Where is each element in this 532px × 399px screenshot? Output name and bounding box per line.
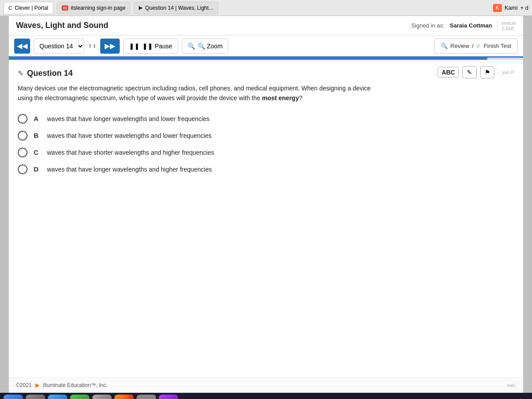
taskbar-fruit[interactable]: 🍎 — [114, 395, 134, 399]
app-container: Waves, Light and Sound Signed in as: Sar… — [9, 16, 523, 393]
slash: / — [472, 43, 473, 49]
option-c-text: waves that have shorter wavelengths and … — [47, 149, 214, 156]
back-button[interactable]: ◀◀ — [14, 39, 30, 54]
finish-icon: ✓ — [476, 43, 481, 49]
toolbar: ◀◀ Question 14 ⬆⬇ ▶▶ ❚❚ ❚❚ Pause 🔍 🔍 Zoo… — [9, 35, 523, 58]
tab-itslearning-label: itslearning sign-in page — [71, 5, 125, 11]
question-text: Many devices use the electromagnetic spe… — [18, 83, 381, 103]
kami-icon: K — [493, 4, 502, 12]
tab-itslearning[interactable]: its itslearning sign-in page — [57, 2, 130, 14]
kami-label: Kami — [505, 4, 518, 11]
abc-badge[interactable]: ABC — [438, 67, 459, 78]
taskbar-safari[interactable]: 🌐 — [48, 395, 67, 399]
tab-clever-label: Clever | Portal — [15, 5, 48, 11]
back-icon: ◀◀ — [17, 42, 27, 50]
abc-flag-button[interactable]: ⚑ — [480, 66, 494, 78]
question-text-part1: Many devices use the electromagnetic spe… — [18, 85, 371, 102]
option-d-letter: D — [34, 165, 41, 173]
option-a-text: waves that have longer wavelengths and l… — [47, 115, 210, 122]
question-tab-icon: ▶ — [139, 5, 142, 11]
option-a-letter: A — [34, 115, 41, 122]
pause-label: ❚❚ Pause — [142, 43, 172, 50]
taskbar-launchpad[interactable]: 🚀 — [26, 395, 45, 399]
taskbar: 😀 🚀 🌐 📱 🎵 🍎 MAR 🎶 inel. — [0, 393, 532, 399]
skip-button[interactable]: ▶▶ — [100, 39, 120, 54]
footer-copyright: ©2021 — [16, 382, 32, 388]
question-area: ABC ✎ ⚑ join P ✎ Question 14 Many device… — [9, 60, 523, 377]
clever-icon: C — [8, 5, 12, 11]
top-bar: Waves, Light and Sound Signed in as: Sar… — [9, 16, 523, 35]
sort-icon: ⬆⬇ — [88, 43, 97, 49]
kami-extra: + d — [520, 4, 528, 11]
tab-clever[interactable]: C Clever | Portal — [4, 2, 53, 14]
pause-button[interactable]: ❚❚ ❚❚ Pause — [123, 39, 178, 54]
question-title: Question 14 — [27, 69, 73, 78]
question-text-part2: ? — [299, 94, 302, 102]
zoom-icon: 🔍 — [188, 43, 195, 50]
user-name: Saraia Cottman — [450, 22, 492, 29]
finish-label: Finish Test — [484, 43, 511, 49]
abc-flag-icon: ⚑ — [485, 69, 490, 76]
review-label: Review — [450, 43, 469, 49]
taskbar-app2[interactable]: 🎵 — [92, 395, 112, 399]
option-a-radio[interactable] — [18, 114, 27, 124]
review-finish-button[interactable]: 🔍 Review / ✓ Finish Test — [434, 39, 518, 54]
abc-edit-icon: ✎ — [467, 69, 472, 76]
option-d[interactable]: D waves that have longer wavelengths and… — [18, 164, 372, 174]
pencil-icon: ✎ — [18, 69, 23, 78]
abc-edit-button[interactable]: ✎ — [462, 66, 477, 78]
right-sidebar-partial: join P — [498, 70, 514, 75]
question-footer: ©2021 ▶ Illuminate Education™, Inc. inel… — [9, 377, 523, 393]
option-d-text: waves that have longer wavelengths and h… — [47, 166, 212, 173]
pause-icon: ❚❚ — [129, 43, 140, 50]
option-a[interactable]: A waves that have longer wavelengths and… — [18, 114, 372, 124]
top-right: Signed in as: Saraia Cottman nnecte2.168… — [411, 20, 516, 31]
taskbar-mar[interactable]: MAR — [137, 395, 156, 399]
footer-company: Illuminate Education™, Inc. — [43, 382, 108, 388]
zoom-label: 🔍 Zoom — [198, 43, 223, 50]
signed-in-label: Signed in as: — [411, 22, 444, 29]
tab-question-label: Question 14 | Waves, Light... — [145, 5, 213, 11]
option-c[interactable]: C waves that have shorter wavelengths an… — [18, 148, 372, 157]
option-d-radio[interactable] — [18, 164, 27, 174]
footer-right-partial: inel. — [507, 383, 516, 388]
app-title: Waves, Light and Sound — [16, 21, 108, 30]
right-partial: nnecte2.168. — [497, 20, 516, 31]
its-icon: its — [62, 5, 68, 11]
taskbar-finder[interactable]: 😀 — [4, 395, 23, 399]
question-header: ✎ Question 14 — [18, 69, 510, 78]
taskbar-app1[interactable]: 📱 — [70, 395, 90, 399]
tab-question[interactable]: ▶ Question 14 | Waves, Light... — [134, 2, 218, 14]
option-b[interactable]: B waves that have shorter wavelengths an… — [18, 131, 372, 141]
options-list: A waves that have longer wavelengths and… — [18, 114, 372, 174]
kami-area[interactable]: K Kami + d — [493, 4, 528, 12]
browser-chrome: C Clever | Portal its itslearning sign-i… — [0, 0, 532, 16]
option-b-letter: B — [34, 132, 41, 139]
review-icon: 🔍 — [441, 43, 448, 49]
question-text-bold: most energy — [262, 94, 299, 102]
zoom-button[interactable]: 🔍 🔍 Zoom — [182, 39, 229, 54]
skip-icon: ▶▶ — [105, 42, 115, 50]
option-c-letter: C — [34, 149, 41, 156]
option-c-radio[interactable] — [18, 148, 27, 157]
taskbar-app3[interactable]: 🎶 — [159, 395, 178, 399]
option-b-text: waves that have shorter wavelengths and … — [47, 132, 211, 139]
option-b-radio[interactable] — [18, 131, 27, 141]
question-select[interactable]: Question 14 — [34, 39, 84, 54]
footer-logo-icon: ▶ — [35, 382, 39, 388]
abc-toolbar: ABC ✎ ⚑ join P — [438, 66, 514, 78]
